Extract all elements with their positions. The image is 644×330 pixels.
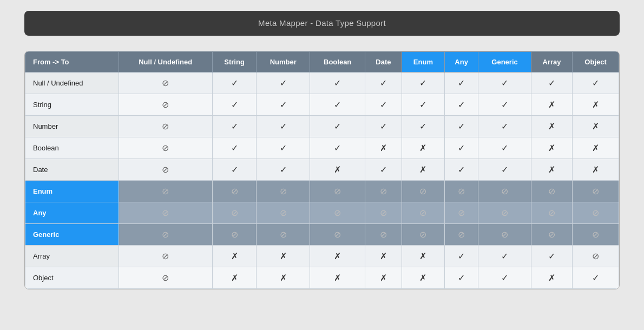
table-cell: ✓ <box>257 137 310 159</box>
check-icon: ✓ <box>458 122 465 131</box>
check-icon: ✓ <box>280 100 287 109</box>
table-cell: ✓ <box>445 137 478 159</box>
check-icon: ✓ <box>334 122 341 131</box>
table-cell: ✓ <box>478 159 531 181</box>
slash-icon: ⊘ <box>501 230 508 239</box>
col-header-boolean: Boolean <box>310 52 365 72</box>
table-row: String⊘✓✓✓✓✓✓✓✗✗ <box>25 94 619 116</box>
slash-icon: ⊘ <box>548 230 555 239</box>
table-cell: ⊘ <box>445 224 478 246</box>
slash-icon: ⊘ <box>501 208 508 217</box>
table-cell: ⊘ <box>119 202 212 224</box>
table-cell: ✓ <box>478 116 531 137</box>
table-cell: ⊘ <box>365 181 402 202</box>
table-cell: ⊘ <box>573 181 619 202</box>
cross-icon: ✗ <box>419 252 426 261</box>
cross-icon: ✗ <box>231 273 238 282</box>
table-cell: ✓ <box>212 94 257 116</box>
table-cell: ✓ <box>365 159 402 181</box>
slash-icon: ⊘ <box>334 187 341 196</box>
table-cell: ✓ <box>573 72 619 94</box>
table-cell: ✓ <box>402 116 444 137</box>
slash-icon: ⊘ <box>162 122 169 131</box>
slash-icon: ⊘ <box>280 208 287 217</box>
cross-icon: ✗ <box>231 252 238 261</box>
table-cell: ✗ <box>365 246 402 267</box>
table-cell: ⊘ <box>212 202 257 224</box>
slash-icon: ⊘ <box>380 230 387 239</box>
table-cell: ⊘ <box>365 224 402 246</box>
table-cell: ✓ <box>310 72 365 94</box>
table-row: Number⊘✓✓✓✓✓✓✓✗✗ <box>25 116 619 137</box>
row-label: Object <box>25 267 119 289</box>
check-icon: ✓ <box>419 100 426 109</box>
table-cell: ⊘ <box>478 224 531 246</box>
cross-icon: ✗ <box>592 100 599 109</box>
check-icon: ✓ <box>231 122 238 131</box>
row-label: Boolean <box>25 137 119 159</box>
table-cell: ⊘ <box>573 202 619 224</box>
table-cell: ⊘ <box>402 181 444 202</box>
check-icon: ✓ <box>280 78 287 88</box>
slash-icon: ⊘ <box>548 208 555 217</box>
col-header-number: Number <box>257 52 310 72</box>
slash-icon: ⊘ <box>592 208 599 217</box>
check-icon: ✓ <box>380 165 387 174</box>
table-cell: ✓ <box>445 246 478 267</box>
cross-icon: ✗ <box>592 122 599 131</box>
slash-icon: ⊘ <box>162 100 169 109</box>
check-icon: ✓ <box>592 273 599 282</box>
table-row: Date⊘✓✓✗✓✗✓✓✗✗ <box>25 159 619 181</box>
slash-icon: ⊘ <box>162 252 169 261</box>
table-cell: ✓ <box>445 267 478 289</box>
table-cell: ✗ <box>310 267 365 289</box>
table-cell: ✗ <box>402 246 444 267</box>
table-cell: ✓ <box>212 159 257 181</box>
cross-icon: ✗ <box>334 165 341 174</box>
table-cell: ✓ <box>531 246 572 267</box>
table-cell: ⊘ <box>119 94 212 116</box>
table-cell: ⊘ <box>310 224 365 246</box>
check-icon: ✓ <box>501 122 508 131</box>
table-cell: ⊘ <box>573 224 619 246</box>
slash-icon: ⊘ <box>458 187 465 196</box>
table-cell: ✓ <box>478 267 531 289</box>
slash-icon: ⊘ <box>419 230 426 239</box>
table-cell: ⊘ <box>119 224 212 246</box>
table-cell: ✓ <box>402 72 444 94</box>
table-cell: ✗ <box>531 94 572 116</box>
slash-icon: ⊘ <box>162 143 169 153</box>
table-cell: ⊘ <box>212 224 257 246</box>
cross-icon: ✗ <box>419 165 426 174</box>
check-icon: ✓ <box>548 78 555 88</box>
table-cell: ✗ <box>531 267 572 289</box>
page-title: Meta Mapper - Data Type Support <box>258 18 386 28</box>
table-cell: ✗ <box>212 246 257 267</box>
slash-icon: ⊘ <box>458 208 465 217</box>
col-header-date: Date <box>365 52 402 72</box>
table-cell: ⊘ <box>257 224 310 246</box>
table-cell: ⊘ <box>573 246 619 267</box>
table-cell: ⊘ <box>310 202 365 224</box>
row-label: Enum <box>25 181 119 202</box>
slash-icon: ⊘ <box>280 230 287 239</box>
title-bar: Meta Mapper - Data Type Support <box>24 11 620 36</box>
table-cell: ⊘ <box>531 202 572 224</box>
col-header-null: Null / Undefined <box>119 52 212 72</box>
table-cell: ⊘ <box>310 181 365 202</box>
table-cell: ✗ <box>531 116 572 137</box>
check-icon: ✓ <box>592 78 599 88</box>
check-icon: ✓ <box>548 252 555 261</box>
table-cell: ✗ <box>402 137 444 159</box>
table-cell: ✗ <box>573 137 619 159</box>
table-cell: ✓ <box>445 116 478 137</box>
slash-icon: ⊘ <box>162 165 169 174</box>
check-icon: ✓ <box>380 100 387 109</box>
check-icon: ✓ <box>501 273 508 282</box>
table-cell: ✓ <box>257 116 310 137</box>
slash-icon: ⊘ <box>231 230 238 239</box>
col-header-generic: Generic <box>478 52 531 72</box>
table-cell: ✗ <box>257 246 310 267</box>
table-cell: ✗ <box>212 267 257 289</box>
table-cell: ✗ <box>310 159 365 181</box>
